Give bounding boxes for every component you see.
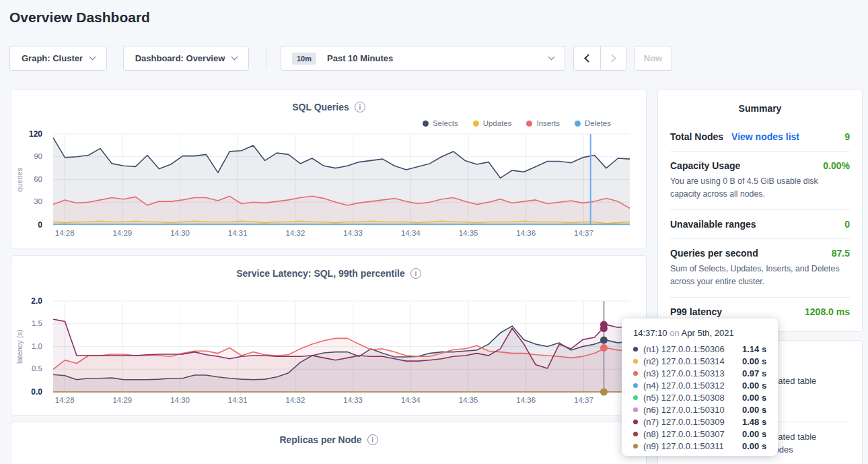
legend-dot-icon <box>423 121 429 127</box>
x-tick-label: 14:31 <box>221 229 254 237</box>
time-range-badge: 10m <box>292 53 316 65</box>
tooltip-node-address: (n4) 127.0.0.1:50312 <box>643 380 742 391</box>
legend-item-deletes[interactable]: Deletes <box>575 119 611 127</box>
x-tick-label: 14:33 <box>336 396 370 404</box>
tooltip-node-value: 1.48 s <box>742 417 766 427</box>
legend-dot-icon <box>575 121 581 127</box>
tooltip-node-value: 1.14 s <box>742 344 766 354</box>
y-tick-label: 30 <box>11 197 42 205</box>
series-dot-icon <box>633 371 638 376</box>
series-dot-icon <box>633 347 638 352</box>
x-tick-label: 14:37 <box>567 396 600 404</box>
tooltip-node-value: 0.00 s <box>742 393 766 403</box>
now-button[interactable]: Now <box>634 46 672 71</box>
tooltip-node-address: (n9) 127.0.0.1:50311 <box>643 441 742 451</box>
tooltip-node-row: (n4) 127.0.0.1:503120.00 s <box>633 379 778 391</box>
y-tick-label: 0.0 <box>11 387 42 397</box>
summary-row-unavailable-ranges: Unavailable ranges 0 <box>670 209 850 238</box>
service-latency-plot-area[interactable] <box>53 301 630 392</box>
x-tick-label: 14:28 <box>48 229 81 237</box>
chevron-down-icon <box>231 54 238 61</box>
summary-row-capacity-usage: Capacity Usage 0.00% You are using 0 B o… <box>670 151 850 209</box>
tooltip-node-address: (n3) 127.0.0.1:50313 <box>643 368 742 378</box>
overview-dashboard-page: { "page": { "title": "Overview Dashboard… <box>0 0 868 464</box>
total-nodes-label: Total Nodes <box>670 131 723 142</box>
x-tick-label: 14:31 <box>221 396 254 404</box>
series-dot-icon <box>633 395 638 400</box>
y-tick-label: 1.0 <box>11 342 42 350</box>
tooltip-node-address: (n2) 127.0.0.1:50314 <box>643 356 742 366</box>
queries-per-second-description: Sum of Selects, Updates, Inserts, and De… <box>670 263 850 288</box>
queries-per-second-value: 87.5 <box>832 248 850 259</box>
time-step-buttons <box>573 46 627 71</box>
x-tick-label: 14:34 <box>394 396 427 404</box>
time-range-label: Past 10 Minutes <box>327 53 393 63</box>
tooltip-node-address: (n8) 127.0.0.1:50307 <box>643 429 742 439</box>
tooltip-node-value: 0.00 s <box>742 356 766 366</box>
y-tick-label: 120 <box>11 129 42 139</box>
time-step-forward-button[interactable] <box>600 46 627 70</box>
chart-hover-tooltip: 14:37:10 on Apr 5th, 2021 (n1) 127.0.0.1… <box>622 319 778 456</box>
p99-latency-label: P99 latency <box>670 306 722 317</box>
x-tick-label: 14:34 <box>394 229 427 237</box>
x-axis-ticks: 14:2814:2914:3014:3114:3214:3314:3414:35… <box>53 396 630 407</box>
capacity-usage-label: Capacity Usage <box>670 160 740 171</box>
unavailable-ranges-label: Unavailable ranges <box>670 219 756 230</box>
summary-row-queries-per-second: Queries per second 87.5 Sum of Selects, … <box>670 238 850 297</box>
x-tick-label: 14:29 <box>106 396 139 404</box>
unavailable-ranges-value: 0 <box>844 219 850 230</box>
series-dot-icon <box>633 432 638 436</box>
capacity-usage-value: 0.00% <box>823 160 850 171</box>
graph-scope-dropdown[interactable]: Graph: Cluster <box>9 46 107 71</box>
tooltip-node-value: 0.00 s <box>742 441 766 451</box>
sql-queries-legend: SelectsUpdatesInsertsDeletes <box>423 119 611 127</box>
replicas-per-node-chart-card: Replicas per Node i <box>11 422 647 464</box>
summary-title: Summary <box>658 90 862 123</box>
legend-item-selects[interactable]: Selects <box>423 119 458 127</box>
x-tick-label: 14:35 <box>451 229 485 237</box>
tooltip-node-row: (n7) 127.0.0.1:503091.48 s <box>633 416 778 428</box>
legend-item-inserts[interactable]: Inserts <box>526 119 560 127</box>
view-nodes-list-link[interactable]: View nodes list <box>731 131 799 142</box>
x-tick-label: 14:30 <box>164 396 197 404</box>
time-step-back-button[interactable] <box>574 46 600 70</box>
sql-queries-chart-title: SQL Queries <box>292 102 349 112</box>
series-dot-icon <box>633 383 638 388</box>
summary-panel: Summary Total Nodes View nodes list 9 Ca… <box>657 89 863 332</box>
x-tick-label: 14:33 <box>336 229 370 237</box>
info-icon[interactable]: i <box>410 268 421 279</box>
x-tick-label: 14:30 <box>164 229 197 237</box>
chevron-down-icon <box>548 54 555 61</box>
total-nodes-value: 9 <box>844 131 850 142</box>
tooltip-node-row: (n9) 127.0.0.1:503110.00 s <box>633 440 778 452</box>
y-axis-ticks: 0.00.51.01.52.0 <box>11 301 48 392</box>
now-label: Now <box>644 53 662 63</box>
tooltip-node-value: 0.00 s <box>742 380 766 391</box>
info-icon[interactable]: i <box>367 434 378 445</box>
tooltip-node-row: (n5) 127.0.0.1:503080.00 s <box>633 391 778 403</box>
dashboard-dropdown[interactable]: Dashboard: Overview <box>123 46 249 71</box>
legend-item-updates[interactable]: Updates <box>473 119 512 127</box>
y-tick-label: 0.5 <box>11 364 42 372</box>
x-tick-label: 14:32 <box>279 229 312 237</box>
queries-per-second-label: Queries per second <box>670 248 758 259</box>
x-tick-label: 14:29 <box>106 229 139 237</box>
y-tick-label: 90 <box>11 152 42 160</box>
info-icon[interactable]: i <box>355 102 365 112</box>
service-latency-chart-title: Service Latency: SQL, 99th percentile <box>236 268 405 279</box>
tooltip-node-row: (n3) 127.0.0.1:503130.97 s <box>633 367 778 379</box>
x-axis-ticks: 14:2814:2914:3014:3114:3214:3314:3414:35… <box>53 229 630 240</box>
tooltip-node-address: (n7) 127.0.0.1:50309 <box>643 417 742 427</box>
time-range-dropdown[interactable]: 10m Past 10 Minutes <box>281 46 565 71</box>
legend-dot-icon <box>473 121 479 127</box>
series-dot-icon <box>633 359 638 364</box>
y-tick-label: 60 <box>11 175 42 183</box>
tooltip-node-value: 0.00 s <box>742 405 766 415</box>
p99-latency-value: 1208.0 ms <box>805 306 850 317</box>
service-latency-chart-card: Service Latency: SQL, 99th percentile i … <box>11 255 647 416</box>
series-dot-icon <box>633 444 638 449</box>
tooltip-node-row: (n8) 127.0.0.1:503070.00 s <box>633 428 778 440</box>
x-tick-label: 14:28 <box>48 396 81 404</box>
sql-queries-plot-area[interactable] <box>53 134 630 225</box>
x-tick-label: 14:37 <box>567 229 600 237</box>
